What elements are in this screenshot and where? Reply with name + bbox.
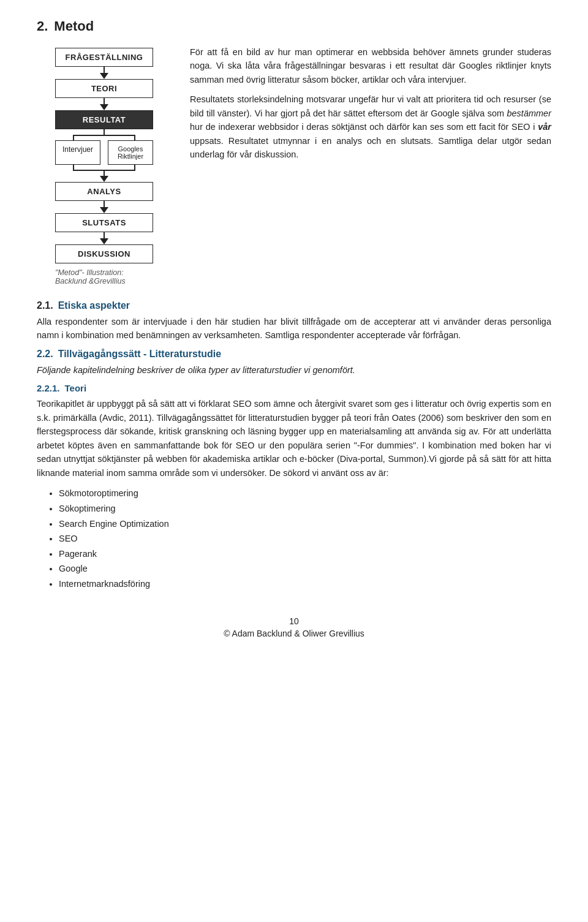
intro-text-column: För att få en bild av hur man optimerar …	[190, 45, 551, 285]
diagram-box-teori: TEORI	[55, 79, 153, 98]
section-2-2-intro-italic: Följande kapitelindelning beskriver de o…	[37, 365, 355, 375]
list-item: Pagerank	[59, 546, 551, 562]
intro-paragraph-1: För att få en bild av hur man optimerar …	[190, 45, 551, 86]
section-2-2-1-text: Teorikapitlet är uppbyggt på så sätt att…	[37, 397, 551, 480]
section-2-2-title: Tillvägagångssätt - Litteraturstudie	[58, 349, 221, 360]
section-2-2-1: 2.2.1. Teori Teorikapitlet är uppbyggt p…	[37, 383, 551, 591]
search-terms-list: SökmotoroptimeringSökoptimeringSearch En…	[59, 486, 551, 591]
diagram-box-fragestellning: FRÅGESTÄLLNING	[55, 48, 153, 67]
section-2-1-title: Etiska aspekter	[58, 300, 130, 311]
diagram-box-analys: ANALYS	[55, 182, 153, 201]
diagram-sub-intervjuer: Intervjuer	[55, 140, 100, 165]
section-2-2: 2.2. Tillvägagångssätt - Litteraturstudi…	[37, 349, 551, 377]
intro-paragraph-2: Resultatets storleksindelning motsvarar …	[190, 93, 551, 161]
diagram-sub-row: Intervjuer Googles Riktlinjer	[55, 140, 153, 165]
section-number: 2.	[37, 18, 48, 34]
section-2-1-number: 2.1.	[37, 300, 53, 311]
arrow-3	[100, 176, 108, 182]
arrow-1	[100, 67, 108, 79]
arrow-4	[100, 201, 108, 213]
top-section: FRÅGESTÄLLNING TEORI RESULTAT	[37, 45, 551, 285]
diagram-sub-googles: Googles Riktlinjer	[108, 140, 153, 165]
list-item: Sökoptimering	[59, 501, 551, 516]
page-number: 10	[37, 616, 551, 626]
list-item: Internetmarknadsföring	[59, 576, 551, 592]
section-2-2-1-number: 2.2.1.	[37, 383, 60, 393]
bold-italic-bestammer: bestämmer	[507, 108, 551, 118]
diagram-sub-wrapper: Intervjuer Googles Riktlinjer	[55, 129, 153, 182]
copyright: © Adam Backlund & Oliwer Grevillius	[37, 629, 551, 638]
diagram-caption: "Metod"- Illustration: Backlund &Grevill…	[55, 268, 153, 285]
arrow-2	[100, 98, 108, 110]
italic-var: vår	[538, 122, 551, 132]
section-2-2-1-title: Teori	[65, 383, 87, 393]
diagram-box-diskussion: DISKUSSION	[55, 244, 153, 263]
footer: 10 © Adam Backlund & Oliwer Grevillius	[37, 616, 551, 638]
section-2-2-number: 2.2.	[37, 349, 53, 360]
list-item: Sökmotoroptimering	[59, 486, 551, 501]
arrow-5	[100, 232, 108, 244]
list-item: Google	[59, 561, 551, 576]
diagram-box-resultat: RESULTAT	[55, 110, 153, 129]
page-content: 2. Metod FRÅGESTÄLLNING TEORI RESULTAT	[37, 18, 551, 638]
diagram: FRÅGESTÄLLNING TEORI RESULTAT	[37, 45, 172, 285]
diagram-box-slutsats: SLUTSATS	[55, 213, 153, 232]
section-title: Metod	[54, 18, 94, 34]
section-2-1-text: Alla respondenter som är intervjuade i d…	[37, 315, 551, 342]
section-2-1: 2.1. Etiska aspekter Alla respondenter s…	[37, 300, 551, 342]
section-2-2-intro: Följande kapitelindelning beskriver de o…	[37, 363, 551, 377]
list-item: Search Engine Optimization	[59, 516, 551, 532]
list-item: SEO	[59, 531, 551, 546]
